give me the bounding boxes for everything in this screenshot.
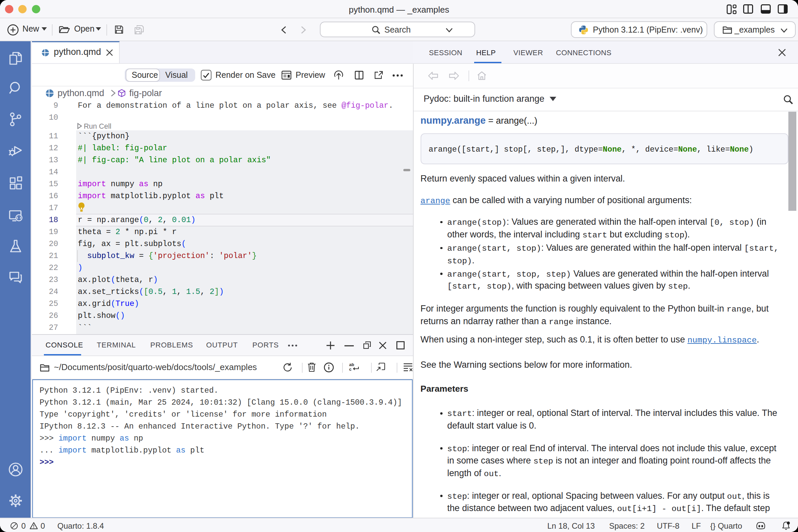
svg-text:ab: ab [349,362,354,367]
svg-text:c: c [349,367,352,372]
